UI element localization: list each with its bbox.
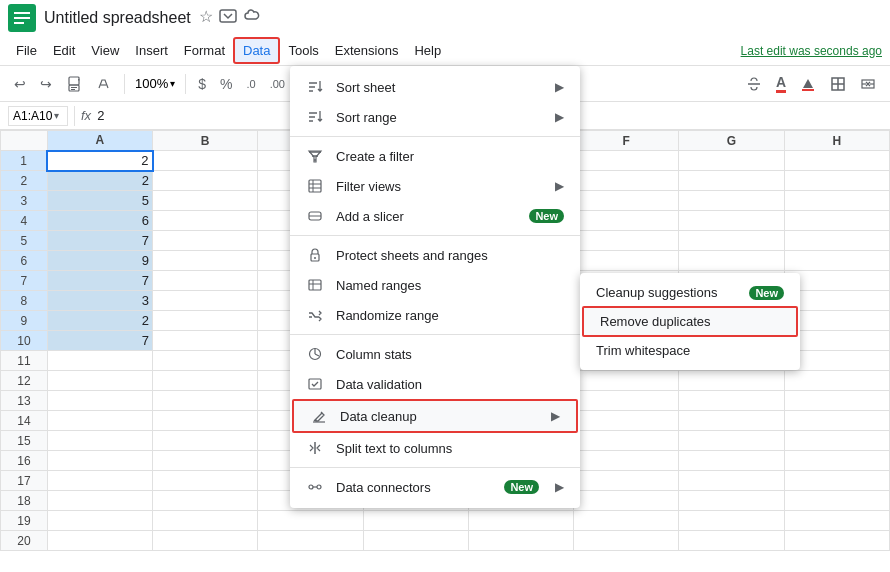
cell-g12[interactable] [679, 371, 784, 391]
cell-b15[interactable] [153, 431, 258, 451]
cell-f5[interactable] [574, 231, 679, 251]
cell-a8[interactable]: 3 [47, 291, 152, 311]
remove-duplicates-item[interactable]: Remove duplicates [582, 306, 798, 337]
data-menu-create-filter[interactable]: Create a filter [290, 141, 580, 171]
cell-b12[interactable] [153, 371, 258, 391]
cell-b6[interactable] [153, 251, 258, 271]
data-menu-add-slicer[interactable]: Add a slicer New [290, 201, 580, 231]
cell-a14[interactable] [47, 411, 152, 431]
cell-f6[interactable] [574, 251, 679, 271]
cell-g16[interactable] [679, 451, 784, 471]
cell-c20[interactable] [258, 531, 363, 551]
data-menu-data-validation[interactable]: Data validation [290, 369, 580, 399]
cell-g20[interactable] [679, 531, 784, 551]
cell-g14[interactable] [679, 411, 784, 431]
cell-h17[interactable] [784, 471, 889, 491]
cell-f15[interactable] [574, 431, 679, 451]
cell-h14[interactable] [784, 411, 889, 431]
cell-g6[interactable] [679, 251, 784, 271]
cell-b13[interactable] [153, 391, 258, 411]
cell-b5[interactable] [153, 231, 258, 251]
cell-b10[interactable] [153, 331, 258, 351]
cell-h18[interactable] [784, 491, 889, 511]
cell-b16[interactable] [153, 451, 258, 471]
col-header-g[interactable]: G [679, 131, 784, 151]
menu-help[interactable]: Help [406, 39, 449, 62]
cell-f12[interactable] [574, 371, 679, 391]
paint-format-button[interactable] [90, 72, 118, 96]
cell-b7[interactable] [153, 271, 258, 291]
cell-f4[interactable] [574, 211, 679, 231]
data-menu-named-ranges[interactable]: Named ranges [290, 270, 580, 300]
cell-d19[interactable] [363, 511, 468, 531]
cell-a19[interactable] [47, 511, 152, 531]
cell-a9[interactable]: 2 [47, 311, 152, 331]
cell-h13[interactable] [784, 391, 889, 411]
cell-a20[interactable] [47, 531, 152, 551]
star-icon[interactable]: ☆ [199, 7, 213, 29]
decimal-inc-button[interactable]: .00 [264, 74, 291, 94]
cell-a6[interactable]: 9 [47, 251, 152, 271]
cell-a15[interactable] [47, 431, 152, 451]
cell-h12[interactable] [784, 371, 889, 391]
cell-g2[interactable] [679, 171, 784, 191]
cloud-icon[interactable] [243, 7, 261, 29]
cell-h19[interactable] [784, 511, 889, 531]
row-header-2[interactable]: 2 [1, 171, 48, 191]
cell-f14[interactable] [574, 411, 679, 431]
cell-f16[interactable] [574, 451, 679, 471]
menu-tools[interactable]: Tools [280, 39, 326, 62]
cell-f1[interactable] [574, 151, 679, 171]
cell-h6[interactable] [784, 251, 889, 271]
cell-b4[interactable] [153, 211, 258, 231]
col-header-b[interactable]: B [153, 131, 258, 151]
cell-f13[interactable] [574, 391, 679, 411]
cell-g5[interactable] [679, 231, 784, 251]
cell-g17[interactable] [679, 471, 784, 491]
currency-button[interactable]: $ [192, 72, 212, 96]
data-menu-sort-range[interactable]: Sort range ▶ [290, 102, 580, 132]
cell-a13[interactable] [47, 391, 152, 411]
trim-whitespace-item[interactable]: Trim whitespace [580, 337, 800, 364]
cell-f20[interactable] [574, 531, 679, 551]
cell-a16[interactable] [47, 451, 152, 471]
cell-e20[interactable] [468, 531, 573, 551]
cell-a10[interactable]: 7 [47, 331, 152, 351]
col-header-f[interactable]: F [574, 131, 679, 151]
data-menu-split-text[interactable]: Split text to columns [290, 433, 580, 463]
cell-f2[interactable] [574, 171, 679, 191]
drive-icon[interactable] [219, 7, 237, 29]
row-header-18[interactable]: 18 [1, 491, 48, 511]
row-header-7[interactable]: 7 [1, 271, 48, 291]
cell-g18[interactable] [679, 491, 784, 511]
cell-g19[interactable] [679, 511, 784, 531]
data-menu-protect-sheets[interactable]: Protect sheets and ranges [290, 240, 580, 270]
redo-button[interactable]: ↪ [34, 72, 58, 96]
row-header-16[interactable]: 16 [1, 451, 48, 471]
cell-b3[interactable] [153, 191, 258, 211]
cell-b8[interactable] [153, 291, 258, 311]
cell-b20[interactable] [153, 531, 258, 551]
cell-e19[interactable] [468, 511, 573, 531]
cell-f17[interactable] [574, 471, 679, 491]
row-header-14[interactable]: 14 [1, 411, 48, 431]
cell-a12[interactable] [47, 371, 152, 391]
cell-h15[interactable] [784, 431, 889, 451]
cell-g4[interactable] [679, 211, 784, 231]
cell-h16[interactable] [784, 451, 889, 471]
row-header-20[interactable]: 20 [1, 531, 48, 551]
borders-button[interactable] [824, 72, 852, 96]
data-menu-randomize[interactable]: Randomize range [290, 300, 580, 330]
cell-a5[interactable]: 7 [47, 231, 152, 251]
zoom-control[interactable]: 100% ▾ [131, 74, 179, 93]
cell-a1[interactable]: 2 [47, 151, 152, 171]
cell-b9[interactable] [153, 311, 258, 331]
row-header-5[interactable]: 5 [1, 231, 48, 251]
row-header-8[interactable]: 8 [1, 291, 48, 311]
cell-a2[interactable]: 2 [47, 171, 152, 191]
fill-color-button[interactable] [794, 72, 822, 96]
cell-c19[interactable] [258, 511, 363, 531]
menu-view[interactable]: View [83, 39, 127, 62]
print-button[interactable] [60, 72, 88, 96]
row-header-9[interactable]: 9 [1, 311, 48, 331]
